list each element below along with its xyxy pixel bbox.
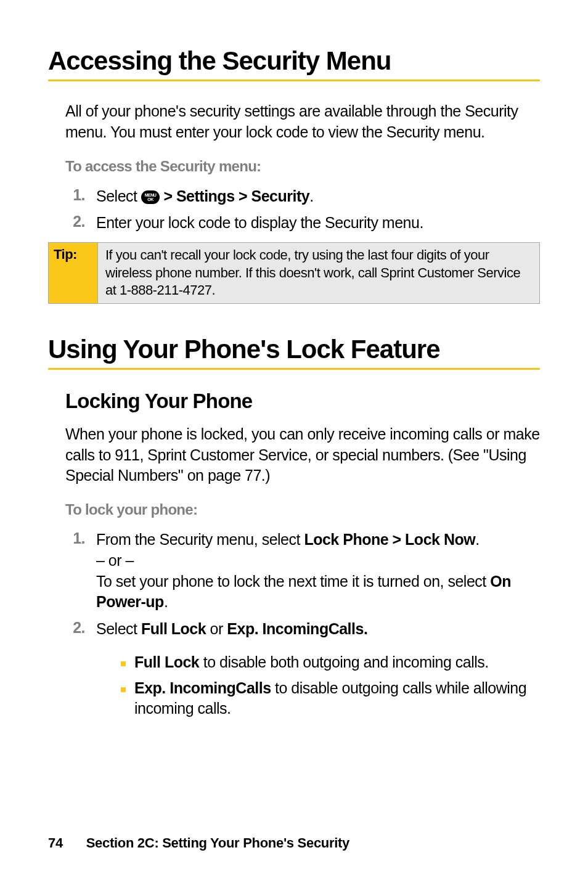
- step-text-bold: > Settings > Security: [160, 187, 309, 205]
- heading-underline: [48, 368, 540, 370]
- step-item: 1. Select MENUOK > Settings > Security.: [65, 186, 540, 207]
- step-text-after: .: [164, 593, 168, 610]
- step-text-bold: Full Lock: [141, 620, 206, 637]
- subheading-locking-phone: Locking Your Phone: [65, 390, 540, 413]
- page-footer: 74 Section 2C: Setting Your Phone's Secu…: [48, 835, 349, 851]
- step-text-after: .: [475, 531, 479, 548]
- tip-body: If you can't recall your lock code, try …: [98, 243, 539, 303]
- step-or-text: – or –: [96, 552, 134, 569]
- step-text-bold: Lock Phone > Lock Now: [304, 531, 475, 548]
- tip-label: Tip:: [49, 243, 98, 303]
- bullet-bold: Exp. IncomingCalls: [134, 679, 271, 696]
- bullet-marker-icon: [121, 678, 134, 720]
- step-body: Enter your lock code to display the Secu…: [96, 213, 540, 234]
- step-body: Select Full Lock or Exp. IncomingCalls.: [96, 619, 540, 640]
- step-body: From the Security menu, select Lock Phon…: [96, 529, 540, 613]
- subhead-access-security: To access the Security menu:: [65, 158, 540, 175]
- step-text-before: Select: [96, 620, 141, 637]
- intro-paragraph: All of your phone's security settings ar…: [65, 101, 540, 143]
- bullet-after: to disable both outgoing and incoming ca…: [199, 653, 489, 671]
- menu-icon-top: MENU: [145, 193, 157, 197]
- step-number: 2.: [65, 619, 96, 640]
- step-item: 2. Enter your lock code to display the S…: [65, 213, 540, 234]
- bullet-item: Exp. IncomingCalls to disable outgoing c…: [121, 678, 540, 720]
- step-text-before: From the Security menu, select: [96, 531, 304, 548]
- step-number: 1.: [65, 186, 96, 207]
- subhead-lock-phone: To lock your phone:: [65, 501, 540, 518]
- step-text-before: To set your phone to lock the next time …: [96, 573, 490, 590]
- bullet-body: Full Lock to disable both outgoing and i…: [134, 652, 540, 673]
- step-text-bold: Exp. IncomingCalls.: [227, 620, 367, 637]
- step-text-before: Select: [96, 187, 141, 205]
- bullet-body: Exp. IncomingCalls to disable outgoing c…: [134, 678, 540, 720]
- menu-icon-bottom: OK: [147, 197, 153, 202]
- bullet-item: Full Lock to disable both outgoing and i…: [121, 652, 540, 673]
- step-body: Select MENUOK > Settings > Security.: [96, 186, 540, 207]
- menu-ok-icon: MENUOK: [141, 190, 160, 204]
- page-heading-lock-feature: Using Your Phone's Lock Feature: [48, 335, 540, 364]
- bullet-marker-icon: [121, 652, 134, 673]
- page-number: 74: [48, 835, 63, 851]
- step-number: 1.: [65, 529, 96, 613]
- tip-box: Tip: If you can't recall your lock code,…: [48, 242, 540, 304]
- step-text-mid: or: [206, 620, 227, 637]
- step-text-after: .: [309, 187, 313, 205]
- page-heading-accessing-security: Accessing the Security Menu: [48, 46, 540, 76]
- bullet-bold: Full Lock: [134, 653, 199, 671]
- heading-underline: [48, 80, 540, 81]
- step-item: 1. From the Security menu, select Lock P…: [65, 529, 540, 613]
- footer-section-title: Section 2C: Setting Your Phone's Securit…: [86, 835, 349, 851]
- body-paragraph: When your phone is locked, you can only …: [65, 424, 540, 486]
- step-item: 2. Select Full Lock or Exp. IncomingCall…: [65, 619, 540, 640]
- step-number: 2.: [65, 213, 96, 234]
